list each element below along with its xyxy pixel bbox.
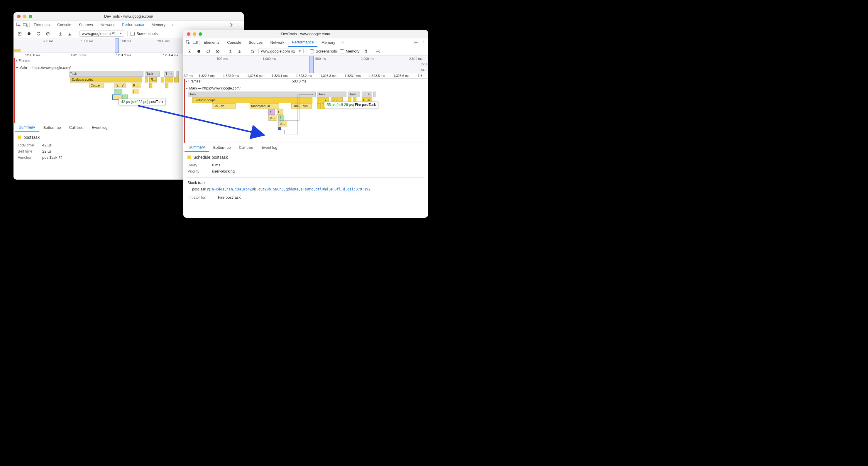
screenshots-checkbox[interactable]: Screenshots	[310, 49, 337, 53]
record-icon[interactable]	[17, 31, 23, 37]
flame-bar[interactable]	[149, 83, 152, 88]
flame-bar[interactable]: Run …sks	[291, 103, 312, 109]
flame-bar[interactable]: f	[114, 89, 122, 94]
subtab-calltree[interactable]: Call tree	[235, 143, 257, 152]
flame-bar-task[interactable]: Task	[188, 92, 316, 97]
flame-bar[interactable]: Co…de	[212, 103, 236, 109]
flame-bar[interactable]	[176, 71, 179, 77]
overview-timeline[interactable]: 500 ms 1,000 ms 500 ms 2,000 ms 2,500 ms…	[183, 56, 428, 74]
clear-icon[interactable]	[44, 31, 51, 37]
tab-sources[interactable]: Sources	[75, 21, 96, 29]
tab-elements[interactable]: Elements	[30, 21, 53, 29]
tab-performance[interactable]: Performance	[119, 21, 147, 29]
home-icon[interactable]	[249, 48, 255, 55]
flame-bar[interactable]: f	[278, 115, 284, 121]
upload-icon[interactable]	[227, 48, 234, 55]
flame-bar-task[interactable]: Task	[145, 71, 160, 77]
record-circle-icon[interactable]	[26, 31, 32, 37]
gc-icon[interactable]	[363, 48, 369, 55]
flame-bar[interactable]	[165, 83, 168, 88]
inspect-icon[interactable]	[185, 39, 191, 46]
flame-bar[interactable]: R…	[149, 77, 157, 83]
settings-icon[interactable]	[413, 39, 419, 46]
memory-checkbox[interactable]: Memory	[340, 49, 360, 53]
flame-bar[interactable]	[373, 92, 376, 97]
tab-memory[interactable]: Memory	[148, 21, 169, 29]
flame-bar[interactable]: r…	[277, 109, 283, 115]
record-icon[interactable]	[186, 48, 193, 55]
flame-bar-task[interactable]: Task	[69, 71, 144, 77]
flame-bar[interactable]	[145, 77, 148, 83]
flame-bar[interactable]: f	[269, 109, 275, 115]
tab-performance[interactable]: Performance	[288, 38, 317, 47]
flame-bar[interactable]: (anonymous)	[250, 103, 279, 109]
kebab-icon[interactable]: ⋮	[420, 39, 426, 46]
subtab-eventlog[interactable]: Event log	[257, 143, 281, 152]
flame-bar[interactable]: (…)	[132, 89, 139, 94]
device-icon[interactable]	[22, 22, 29, 28]
tab-memory[interactable]: Memory	[318, 38, 339, 47]
more-tabs-icon[interactable]: »	[339, 39, 346, 46]
maximize-icon[interactable]	[29, 15, 32, 18]
close-icon[interactable]	[187, 32, 190, 36]
download-icon[interactable]	[67, 31, 73, 37]
subtab-calltree[interactable]: Call tree	[65, 123, 87, 132]
clear-icon[interactable]	[214, 48, 221, 55]
flame-bar[interactable]: Co…e	[89, 83, 104, 88]
record-circle-icon[interactable]	[196, 48, 202, 55]
subtab-bottomup[interactable]: Bottom-up	[39, 123, 65, 132]
tab-elements[interactable]: Elements	[200, 38, 223, 47]
time-ruler[interactable]: 2.7 ms 1,322.8 ms 1,322.9 ms 1,323.0 ms …	[183, 74, 428, 79]
flame-bar[interactable]	[317, 103, 321, 109]
flame-bar-evaluate[interactable]: Evaluate script	[192, 97, 312, 103]
flame-bar[interactable]	[161, 77, 164, 83]
tab-network[interactable]: Network	[97, 21, 118, 29]
traffic-lights[interactable]	[13, 15, 32, 18]
flame-bar-task[interactable]: T…k	[164, 71, 174, 77]
overview-marker[interactable]	[115, 38, 119, 53]
inspect-icon[interactable]	[15, 22, 22, 28]
tab-sources[interactable]: Sources	[245, 38, 266, 47]
flame-chart[interactable]: Frames500.0 ms Main — https://www.google…	[183, 79, 428, 143]
flame-bar[interactable]: (a…s)	[114, 83, 126, 88]
upload-icon[interactable]	[57, 31, 64, 37]
reload-icon[interactable]	[205, 48, 212, 55]
tab-network[interactable]: Network	[267, 38, 288, 47]
flame-bar[interactable]	[165, 77, 173, 83]
subtab-eventlog[interactable]: Event log	[87, 123, 112, 132]
settings-icon[interactable]	[228, 22, 235, 28]
minimize-icon[interactable]	[193, 32, 196, 36]
subtab-summary[interactable]: Summary	[185, 143, 209, 152]
frames-track[interactable]: Frames500.0 ms	[183, 79, 428, 84]
main-track[interactable]: Main — https://www.google.com/	[183, 86, 428, 91]
close-icon[interactable]	[17, 15, 21, 18]
flame-bar-task[interactable]: Task	[348, 92, 360, 97]
more-tabs-icon[interactable]: »	[169, 22, 176, 28]
svg-point-11	[415, 42, 416, 43]
flame-bar-task[interactable]: Task	[317, 92, 346, 97]
overview-marker[interactable]	[309, 56, 314, 73]
flame-bar[interactable]	[174, 77, 179, 83]
flame-bar[interactable]: p…	[278, 121, 287, 126]
stack-trace-link[interactable]: m=cdos,hsm,jsa,mb4ZUb,cEt90b,SNUn3,qddgK…	[212, 187, 371, 191]
flame-bar[interactable]: p…	[269, 115, 277, 121]
flame-bar[interactable]: R…s	[132, 83, 141, 88]
kebab-icon[interactable]: ⋮	[236, 22, 242, 28]
tab-console[interactable]: Console	[223, 38, 245, 47]
recording-select[interactable]: www.google.com #1	[79, 31, 124, 37]
maximize-icon[interactable]	[198, 32, 202, 36]
subtab-bottomup[interactable]: Bottom-up	[209, 143, 235, 152]
flame-bar-selected[interactable]	[278, 127, 281, 130]
reload-icon[interactable]	[35, 31, 42, 37]
download-icon[interactable]	[237, 48, 243, 55]
minimize-icon[interactable]	[23, 15, 26, 18]
settings-icon[interactable]	[375, 48, 381, 55]
subtab-summary[interactable]: Summary	[15, 123, 39, 132]
flame-bar-evaluate[interactable]: Evaluate script	[70, 77, 142, 83]
traffic-lights[interactable]	[183, 32, 202, 36]
recording-select[interactable]: www.google.com #1	[258, 48, 304, 54]
tab-console[interactable]: Console	[54, 21, 75, 29]
flame-bar-task[interactable]: T…k	[362, 92, 372, 97]
device-icon[interactable]	[192, 39, 198, 46]
screenshots-checkbox[interactable]: Screenshots	[130, 31, 157, 36]
